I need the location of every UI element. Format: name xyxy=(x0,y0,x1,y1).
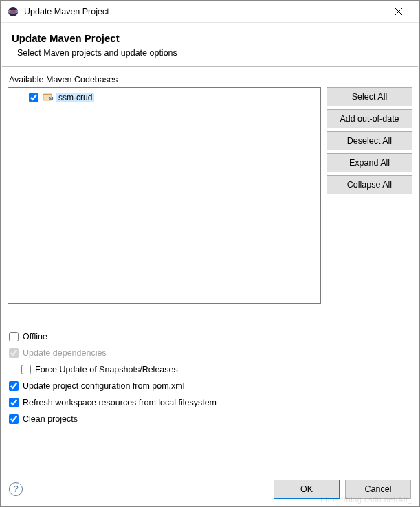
tree-item-checkbox[interactable] xyxy=(29,93,38,102)
options-group: Offline Update dependencies Force Update… xyxy=(8,330,412,426)
force-update-label: Force Update of Snapshots/Releases xyxy=(35,365,178,374)
update-project-config-label: Update project configuration from pom.xm… xyxy=(23,381,185,391)
refresh-workspace-checkbox[interactable] xyxy=(9,398,19,407)
page-subtitle: Select Maven projects and update options xyxy=(17,48,408,58)
codebases-label: Available Maven Codebases xyxy=(9,75,412,84)
collapse-all-button[interactable]: Collapse All xyxy=(327,175,412,194)
tree-item-ssm-crud[interactable]: M ssm-crud xyxy=(12,91,316,104)
help-icon[interactable]: ? xyxy=(9,482,23,496)
dialog-body: Available Maven Codebases M ssm-crud xyxy=(1,67,419,471)
offline-checkbox[interactable] xyxy=(9,332,19,341)
svg-text:M: M xyxy=(49,95,54,102)
cancel-button[interactable]: Cancel xyxy=(345,480,411,499)
ok-button[interactable]: OK xyxy=(274,480,340,499)
tree-item-label: ssm-crud xyxy=(56,93,94,102)
option-clean-projects[interactable]: Clean projects xyxy=(9,412,412,426)
clean-projects-checkbox[interactable] xyxy=(9,414,19,424)
expand-all-button[interactable]: Expand All xyxy=(327,153,412,172)
titlebar: Update Maven Project xyxy=(1,1,419,23)
dialog-footer: ? OK Cancel xyxy=(1,471,419,506)
option-force-update[interactable]: Force Update of Snapshots/Releases xyxy=(9,363,412,376)
option-offline[interactable]: Offline xyxy=(9,330,412,343)
page-title: Update Maven Project xyxy=(12,32,408,44)
maven-project-icon: M xyxy=(43,92,54,103)
side-buttons: Select All Add out-of-date Deselect All … xyxy=(327,87,412,194)
offline-label: Offline xyxy=(23,332,47,341)
dialog-header: Update Maven Project Select Maven projec… xyxy=(1,23,419,66)
refresh-workspace-label: Refresh workspace resources from local f… xyxy=(23,398,217,407)
option-update-project-config[interactable]: Update project configuration from pom.xm… xyxy=(9,379,412,393)
close-button[interactable] xyxy=(385,2,412,21)
option-refresh-workspace[interactable]: Refresh workspace resources from local f… xyxy=(9,396,412,409)
update-dependencies-label: Update dependencies xyxy=(23,348,107,358)
titlebar-text: Update Maven Project xyxy=(24,7,109,16)
clean-projects-label: Clean projects xyxy=(23,414,78,424)
close-icon xyxy=(395,8,402,15)
eclipse-icon xyxy=(8,6,19,17)
update-project-config-checkbox[interactable] xyxy=(9,381,19,391)
deselect-all-button[interactable]: Deselect All xyxy=(327,131,412,150)
update-dependencies-checkbox xyxy=(9,348,19,358)
option-update-dependencies: Update dependencies xyxy=(9,346,412,360)
codebases-tree[interactable]: M ssm-crud xyxy=(8,87,321,304)
svg-point-0 xyxy=(8,7,18,16)
force-update-checkbox[interactable] xyxy=(21,365,31,374)
select-all-button[interactable]: Select All xyxy=(327,87,412,106)
add-out-of-date-button[interactable]: Add out-of-date xyxy=(327,109,412,128)
dialog-window: Update Maven Project Update Maven Projec… xyxy=(0,0,420,507)
